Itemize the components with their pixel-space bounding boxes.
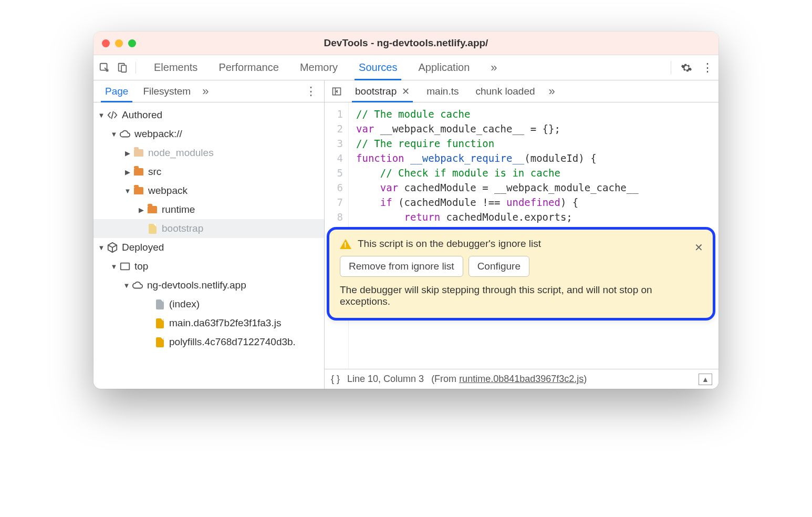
tree-item-webpack-folder[interactable]: ▼ webpack — [93, 181, 324, 200]
remove-from-ignore-list-button[interactable]: Remove from ignore list — [340, 256, 463, 277]
tree-item-src[interactable]: ▶ src — [93, 162, 324, 181]
toggle-navigator-icon[interactable] — [328, 80, 346, 102]
tree-label: top — [134, 261, 148, 272]
folder-icon — [132, 168, 145, 175]
tree-label: node_modules — [148, 147, 214, 159]
tree-item-node-modules[interactable]: ▶ node_modules — [93, 143, 324, 162]
minimize-window-button[interactable] — [115, 39, 123, 47]
editor-tab-label: bootstrap — [355, 86, 397, 97]
folder-icon — [146, 206, 159, 213]
kebab-menu-icon[interactable]: ⋮ — [702, 61, 713, 75]
source-origin: (From runtime.0b841bad3967f3c2.js) — [431, 374, 587, 385]
panel-tabs: Elements Performance Memory Sources Appl… — [143, 55, 508, 80]
editor-tab-chunk-loaded[interactable]: chunk loaded — [468, 80, 542, 102]
configure-button[interactable]: Configure — [469, 256, 529, 277]
main-toolbar: Elements Performance Memory Sources Appl… — [93, 55, 719, 80]
navigator-tabs-overflow[interactable]: » — [202, 85, 209, 98]
editor-tab-label: chunk loaded — [475, 86, 535, 97]
tree-group-authored[interactable]: ▼ Authored — [93, 106, 324, 125]
tree-label: webpack — [148, 185, 188, 197]
svg-rect-3 — [121, 263, 130, 270]
svg-rect-2 — [121, 65, 126, 72]
navigator-kebab-icon[interactable]: ⋮ — [305, 85, 317, 98]
tab-application[interactable]: Application — [408, 55, 480, 80]
frame-icon — [119, 261, 131, 272]
tree-item-runtime[interactable]: ▶ runtime — [93, 200, 324, 219]
tree-item-webpack-scheme[interactable]: ▼ webpack:// — [93, 125, 324, 143]
tree-group-deployed[interactable]: ▼ Deployed — [93, 238, 324, 257]
tree-item-host[interactable]: ▼ ng-devtools.netlify.app — [93, 276, 324, 295]
divider — [671, 61, 671, 75]
editor-tabs-overflow[interactable]: » — [549, 85, 555, 98]
editor-tab-main-ts[interactable]: main.ts — [419, 80, 466, 102]
tree-label: polyfills.4c768d7122740d3b. — [169, 336, 296, 348]
toggle-drawer-icon[interactable]: ▲ — [699, 374, 712, 385]
editor-tab-bootstrap[interactable]: bootstrap ✕ — [348, 80, 417, 102]
navigator-tab-page[interactable]: Page — [98, 80, 136, 102]
tab-sources[interactable]: Sources — [348, 55, 408, 80]
warning-icon — [340, 239, 351, 249]
close-window-button[interactable] — [102, 39, 110, 47]
titlebar: DevTools - ng-devtools.netlify.app/ — [93, 32, 719, 55]
close-icon[interactable]: ✕ — [402, 86, 410, 97]
devtools-window: DevTools - ng-devtools.netlify.app/ Elem… — [93, 32, 719, 389]
editor-tabs: bootstrap ✕ main.ts chunk loaded » — [325, 80, 719, 102]
traffic-lights — [102, 39, 136, 47]
tree-item-main-js[interactable]: ▶ main.da63f7b2fe3f1fa3.js — [93, 314, 324, 333]
close-icon[interactable]: ✕ — [694, 241, 703, 254]
file-icon — [153, 337, 166, 347]
tree-label: runtime — [162, 204, 195, 215]
tree-item-top[interactable]: ▼ top — [93, 257, 324, 276]
folder-icon — [132, 187, 145, 194]
tree-label: webpack:// — [134, 128, 182, 140]
file-icon — [153, 318, 166, 328]
cloud-icon — [131, 280, 144, 291]
tree-item-polyfills-js[interactable]: ▶ polyfills.4c768d7122740d3b. — [93, 333, 324, 351]
inspect-element-icon[interactable] — [99, 62, 110, 74]
editor-tab-label: main.ts — [426, 86, 459, 97]
tabs-overflow[interactable]: » — [480, 55, 507, 80]
warning-title: This script is on the debugger's ignore … — [358, 238, 541, 250]
file-icon — [153, 299, 166, 309]
tree-label: Authored — [122, 109, 162, 121]
maximize-window-button[interactable] — [128, 39, 136, 47]
tree-label: (index) — [169, 298, 200, 310]
editor-statusbar: { } Line 10, Column 3 (From runtime.0b84… — [325, 369, 719, 389]
ignore-list-banner-highlight: This script is on the debugger's ignore … — [327, 227, 715, 320]
tab-memory[interactable]: Memory — [289, 55, 348, 80]
warning-body: The debugger will skip stepping through … — [340, 284, 702, 307]
tab-performance[interactable]: Performance — [208, 55, 289, 80]
tree-item-index[interactable]: ▶ (index) — [93, 295, 324, 314]
file-tree: ▼ Authored ▼ webpack:// ▶ node_mo — [93, 102, 324, 389]
tree-label: main.da63f7b2fe3f1fa3.js — [169, 317, 281, 329]
device-toolbar-icon[interactable] — [117, 62, 128, 74]
tree-label: src — [148, 166, 161, 178]
folder-icon — [132, 149, 145, 157]
cloud-icon — [119, 128, 131, 140]
origin-link[interactable]: runtime.0b841bad3967f3c2.js — [459, 374, 584, 384]
cursor-position: Line 10, Column 3 — [347, 374, 424, 385]
gear-icon[interactable] — [681, 62, 692, 74]
pretty-print-icon[interactable]: { } — [331, 374, 340, 385]
tab-elements[interactable]: Elements — [143, 55, 208, 80]
ignore-list-banner: This script is on the debugger's ignore … — [329, 230, 713, 318]
navigator-tabs: Page Filesystem » ⋮ — [93, 80, 324, 102]
navigator-sidebar: Page Filesystem » ⋮ ▼ Authored ▼ — [93, 80, 325, 389]
file-icon — [146, 224, 159, 234]
code-icon — [106, 109, 119, 121]
window-title: DevTools - ng-devtools.netlify.app/ — [93, 37, 719, 49]
cube-icon — [106, 242, 119, 253]
tree-label: ng-devtools.netlify.app — [147, 280, 246, 291]
navigator-tab-filesystem[interactable]: Filesystem — [136, 80, 198, 102]
tree-label: bootstrap — [162, 223, 203, 234]
tree-label: Deployed — [122, 242, 164, 253]
tree-item-bootstrap[interactable]: ▶ bootstrap — [93, 219, 324, 238]
